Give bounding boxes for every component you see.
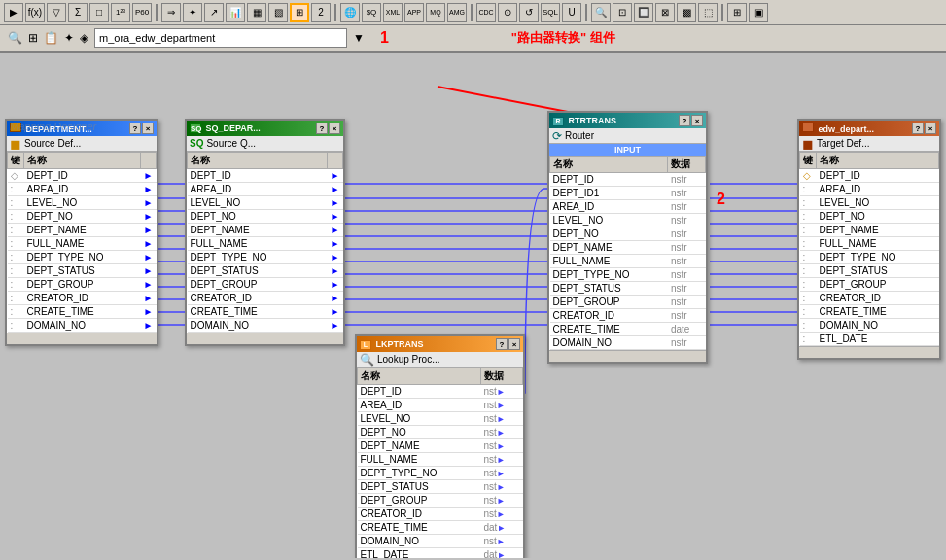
arrow-cell: ► — [141, 183, 157, 196]
arrow-cell: ► — [328, 224, 343, 237]
addr-dropdown[interactable]: ▼ — [353, 31, 365, 45]
table-row: :DEPT_STATUS — [800, 264, 939, 278]
source-q-window[interactable]: SQ SQ_DEPAR... ? × SQ Source Q... 名称 DEP… — [185, 119, 345, 346]
tool-btn-15[interactable]: 2 — [311, 3, 331, 22]
tool-btn-32[interactable]: ⬚ — [698, 3, 718, 22]
source-def-titlebar-btns[interactable]: ? × — [129, 122, 154, 134]
arrow-cell: ► — [328, 237, 343, 251]
source-q-hscroll[interactable] — [187, 332, 343, 344]
tool-btn-13[interactable]: ▧ — [268, 3, 288, 22]
key-cell: : — [8, 305, 24, 319]
table-row: :AREA_ID — [800, 183, 939, 196]
router-close-btn[interactable]: × — [691, 115, 703, 126]
target-def-close-btn[interactable]: × — [925, 122, 936, 134]
tool-btn-8[interactable]: ⇒ — [161, 3, 181, 22]
arrow-cell: ► — [141, 305, 157, 319]
tool-btn-20[interactable]: MQ — [426, 3, 445, 22]
key-cell: : — [800, 237, 817, 251]
arrow-cell: ► — [328, 210, 343, 224]
tool-btn-23[interactable]: ⊙ — [498, 3, 517, 22]
name-cell: FULL_NAME — [188, 237, 328, 251]
tool-btn-7[interactable]: P60 — [132, 3, 152, 22]
target-def-window[interactable]: edw_depart... ? × ◼ Target Def... 键 名称 ◇… — [797, 119, 941, 360]
tool-btn-34[interactable]: ▣ — [749, 3, 768, 22]
data-cell: nstr — [668, 241, 706, 255]
name-cell: DOMAIN_NO — [550, 336, 668, 350]
tool-btn-11[interactable]: 📊 — [226, 3, 245, 22]
tool-btn-21[interactable]: AMG — [447, 3, 467, 22]
router-hscroll[interactable] — [549, 350, 706, 362]
router-window[interactable]: R RTRTRANS ? × ⟳ Router INPUT 名称 数据 DEPT… — [547, 111, 708, 364]
lookup-col-name: 名称 — [358, 368, 481, 385]
tool-btn-33[interactable]: ⊞ — [727, 3, 747, 22]
tool-btn-4[interactable]: Σ — [68, 3, 88, 22]
target-def-help-btn[interactable]: ? — [912, 122, 924, 134]
key-cell: : — [800, 224, 817, 237]
table-row: DEPT_IDnstr — [550, 173, 706, 187]
name-cell: DEPT_NAME — [24, 224, 141, 237]
arrow-cell: ► — [141, 319, 157, 332]
address-bar: 🔍 ⊞ 📋 ✦ ◈ ▼ 1 "路由器转换" 组件 — [0, 25, 946, 52]
tool-btn-24[interactable]: ↺ — [519, 3, 539, 22]
tool-btn-19[interactable]: APP — [404, 3, 424, 22]
tool-btn-26[interactable]: U — [562, 3, 581, 22]
tool-btn-14[interactable]: ⊞ — [290, 3, 309, 22]
tool-btn-30[interactable]: ⊠ — [655, 3, 675, 22]
name-cell: DOMAIN_NO — [358, 535, 481, 548]
table-row: :LEVEL_NO — [800, 196, 939, 210]
source-q-titlebar-btns[interactable]: ? × — [316, 122, 340, 134]
router-annotation-label: "路由器转换" 组件 — [511, 29, 615, 47]
data-cell: nstr — [668, 255, 706, 268]
tool-btn-10[interactable]: ↗ — [204, 3, 224, 22]
source-q-help-btn[interactable]: ? — [316, 122, 328, 134]
name-cell: CREATOR_ID — [24, 292, 141, 305]
router-help-btn[interactable]: ? — [679, 115, 690, 126]
data-cell: dat► — [480, 521, 522, 535]
address-input[interactable] — [94, 28, 347, 48]
name-cell: DEPT_NAME — [188, 224, 328, 237]
tool-btn-9[interactable]: ✦ — [183, 3, 202, 22]
tool-btn-5[interactable]: □ — [89, 3, 109, 22]
key-cell: : — [800, 210, 817, 224]
tool-btn-18[interactable]: XML — [383, 3, 403, 22]
source-def-help-btn[interactable]: ? — [129, 122, 141, 134]
lookup-close-btn[interactable]: × — [508, 338, 520, 350]
tool-btn-17[interactable]: $Q — [362, 3, 381, 22]
name-cell: FULL_NAME — [358, 453, 481, 467]
tool-btn-28[interactable]: ⊡ — [613, 3, 632, 22]
target-def-hscroll[interactable] — [799, 346, 939, 358]
key-cell: : — [800, 196, 817, 210]
source-q-close-btn[interactable]: × — [329, 122, 340, 134]
tool-btn-1[interactable]: ▶ — [4, 3, 23, 22]
source-def-subtitle: ◼ Source Def... — [7, 136, 157, 152]
source-def-hscroll[interactable] — [7, 332, 157, 344]
name-cell: DEPT_GROUP — [358, 494, 481, 508]
source-def-window[interactable]: DEPARTMENT... ? × ◼ Source Def... 键 名称 ◇… — [5, 119, 158, 346]
lookup-titlebar-btns[interactable]: ? × — [496, 338, 520, 350]
tool-btn-6[interactable]: 1²³ — [111, 3, 130, 22]
lookup-title: L LKPTRANS — [360, 339, 424, 350]
tool-btn-29[interactable]: 🔲 — [634, 3, 653, 22]
tool-btn-22[interactable]: CDC — [476, 3, 496, 22]
tool-btn-31[interactable]: ▩ — [677, 3, 696, 22]
arrow-cell: ► — [328, 169, 343, 183]
target-def-titlebar-btns[interactable]: ? × — [912, 122, 936, 134]
tool-btn-27[interactable]: 🔍 — [591, 3, 611, 22]
table-row: LEVEL_NO► — [188, 196, 343, 210]
tool-btn-16[interactable]: 🌐 — [340, 3, 360, 22]
name-cell: DEPT_ID — [817, 169, 939, 183]
arrow-cell: ► — [141, 210, 157, 224]
lookup-window[interactable]: L LKPTRANS ? × 🔍 Lookup Proc... 名称 数据 DE… — [355, 334, 525, 558]
table-row: :DEPT_GROUP► — [8, 278, 157, 292]
tool-btn-2[interactable]: f(x) — [25, 3, 45, 22]
lookup-help-btn[interactable]: ? — [496, 338, 508, 350]
router-titlebar-btns[interactable]: ? × — [679, 115, 703, 126]
source-def-close-btn[interactable]: × — [142, 122, 154, 134]
tool-btn-3[interactable]: ▽ — [47, 3, 66, 22]
lookup-subtitle-text: Lookup Proc... — [377, 354, 439, 365]
arrow-cell: ► — [141, 196, 157, 210]
table-row: DEPT_TYPE_NOnst► — [358, 467, 523, 480]
tool-btn-25[interactable]: SQL — [541, 3, 560, 22]
table-row: DOMAIN_NOnstr — [550, 336, 706, 350]
tool-btn-12[interactable]: ▦ — [247, 3, 266, 22]
